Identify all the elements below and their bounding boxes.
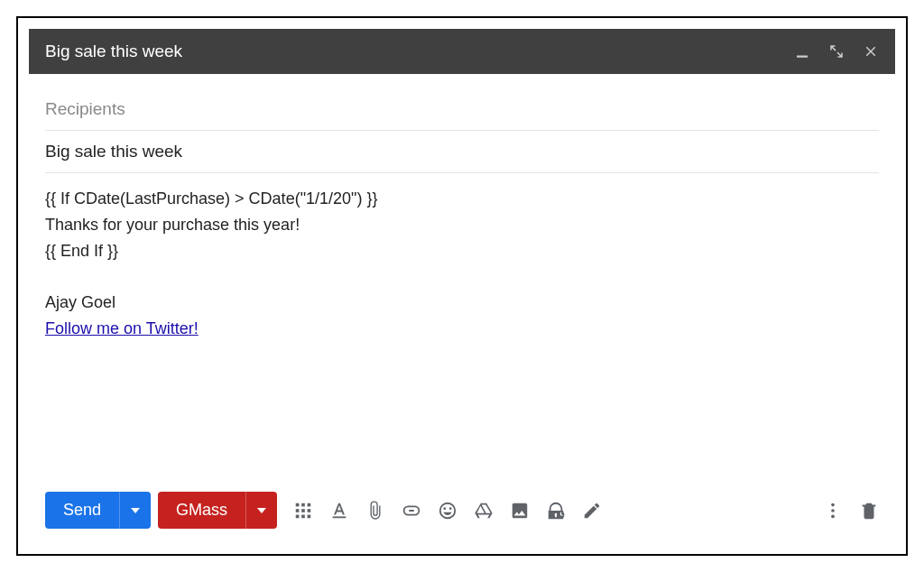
body-blank-line	[45, 263, 879, 290]
svg-rect-4	[296, 509, 300, 512]
svg-rect-9	[308, 514, 311, 518]
send-button[interactable]: Send	[45, 492, 119, 529]
gmass-button-group: GMass	[158, 492, 277, 529]
gmass-button-label: GMass	[176, 501, 227, 520]
titlebar-controls	[794, 43, 879, 60]
minimize-icon[interactable]	[794, 43, 810, 60]
link-icon[interactable]	[402, 501, 421, 521]
send-button-label: Send	[63, 501, 101, 520]
expand-icon[interactable]	[828, 43, 845, 60]
svg-rect-0	[797, 56, 808, 58]
signature-name: Ajay Goel	[45, 290, 879, 316]
svg-point-14	[831, 514, 835, 518]
email-body-area[interactable]: {{ If CDate(LastPurchase) > CDate("1/1/2…	[45, 173, 879, 477]
signature-pen-icon[interactable]	[582, 501, 602, 521]
svg-rect-6	[308, 509, 311, 512]
subject-row	[45, 131, 879, 173]
close-icon[interactable]	[863, 43, 879, 60]
emoji-icon[interactable]	[438, 501, 457, 521]
discard-trash-icon[interactable]	[859, 501, 879, 521]
send-button-group: Send	[45, 492, 151, 529]
compose-toolbar: Send GMass	[29, 477, 895, 543]
svg-rect-1	[296, 503, 300, 506]
body-line-endif: {{ End If }}	[45, 238, 879, 264]
svg-rect-5	[301, 509, 305, 512]
formatting-icons	[293, 501, 879, 521]
gmass-button[interactable]: GMass	[158, 492, 245, 529]
svg-rect-8	[301, 514, 305, 518]
compose-window: Big sale this week Recipients {{ If CDat…	[29, 29, 895, 543]
window-title: Big sale this week	[45, 42, 794, 61]
confidential-mode-icon[interactable]	[546, 501, 566, 521]
drive-icon[interactable]	[474, 501, 494, 521]
body-line-if: {{ If CDate(LastPurchase) > CDate("1/1/2…	[45, 186, 879, 212]
text-format-icon[interactable]	[329, 501, 349, 521]
attachment-icon[interactable]	[365, 501, 385, 521]
content-area: Recipients {{ If CDate(LastPurchase) > C…	[29, 74, 895, 477]
recipients-field[interactable]: Recipients	[45, 88, 879, 131]
svg-point-12	[831, 503, 835, 506]
recipients-placeholder: Recipients	[45, 99, 125, 118]
photo-icon[interactable]	[510, 501, 530, 521]
twitter-link[interactable]: Follow me on Twitter!	[45, 316, 879, 342]
caret-down-icon	[257, 508, 266, 513]
svg-point-13	[831, 509, 835, 512]
svg-rect-3	[308, 503, 311, 506]
subject-input[interactable]	[45, 142, 879, 161]
right-action-icons	[823, 501, 879, 521]
gmass-dropdown-button[interactable]	[245, 492, 277, 529]
body-line-thanks: Thanks for your purchase this year!	[45, 212, 879, 238]
apps-grid-icon[interactable]	[293, 501, 313, 521]
caret-down-icon	[131, 508, 140, 513]
svg-rect-2	[301, 503, 305, 506]
more-options-icon[interactable]	[823, 501, 843, 521]
svg-rect-10	[333, 516, 346, 518]
titlebar: Big sale this week	[29, 29, 895, 74]
send-dropdown-button[interactable]	[119, 492, 151, 529]
compose-window-frame: Big sale this week Recipients {{ If CDat…	[16, 16, 908, 556]
svg-rect-7	[296, 514, 300, 518]
